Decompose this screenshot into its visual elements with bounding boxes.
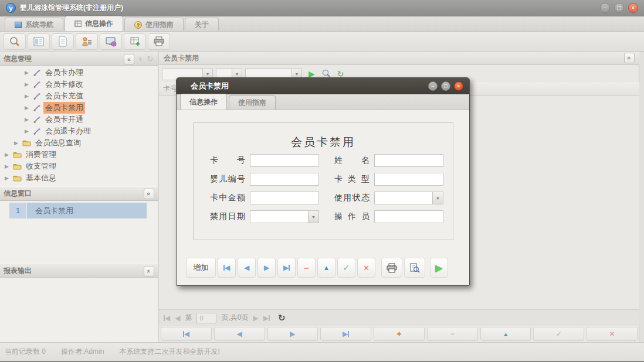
collapse-panel-button[interactable]: « — [144, 189, 154, 199]
member-card-disable-dialog: 会员卡禁用 − □ × 信息操作 使用指南 会员卡禁用 卡 号 姓 名 婴儿编号 — [176, 77, 470, 286]
document-button[interactable] — [52, 33, 74, 50]
monitor-button[interactable] — [100, 33, 122, 50]
search-button[interactable] — [4, 33, 26, 50]
nav-first-button[interactable]: ◀ — [218, 258, 236, 278]
delete-record-button[interactable]: − — [297, 258, 316, 278]
cancel-button[interactable]: ✕ — [357, 258, 375, 278]
nav-next-button[interactable]: ▶ — [257, 258, 276, 278]
label-disable-date: 禁用日期 — [210, 211, 245, 222]
dialog-tab-bar: 信息操作 使用指南 — [177, 94, 469, 110]
tree-item-basic-info[interactable]: ▶ 基本信息 — [0, 172, 158, 184]
minimize-button[interactable]: − — [600, 3, 610, 13]
refresh-icon[interactable]: ↻ — [337, 70, 344, 78]
record-cancel-button[interactable]: ✕ — [587, 327, 638, 341]
refresh-icon[interactable]: ↻ — [146, 54, 154, 63]
tree-item-card-modify[interactable]: ▶ 会员卡修改 — [0, 78, 158, 90]
main-panel-title: 会员卡禁用 — [164, 53, 199, 63]
dialog-title-bar[interactable]: 会员卡禁用 − □ × — [177, 78, 469, 94]
tab-about[interactable]: 关于 — [185, 18, 219, 31]
add-icon[interactable]: + — [136, 54, 144, 63]
tree-item-label: 会员卡修改 — [43, 78, 85, 90]
nav-prev-button[interactable]: ◀ — [238, 258, 256, 278]
tree-item-income-manage[interactable]: ▶ 收支管理 — [0, 160, 158, 172]
form-view-button[interactable] — [28, 33, 50, 50]
user-settings-button[interactable] — [76, 33, 98, 50]
record-add-button[interactable]: + — [374, 327, 425, 341]
expander-icon[interactable]: ▶ — [5, 175, 12, 181]
pager-first-button[interactable]: ◀ — [164, 314, 170, 322]
tab-system-nav[interactable]: 系统导航 — [5, 18, 63, 31]
dialog-tab-info-operation[interactable]: 信息操作 — [180, 94, 227, 110]
expander-icon[interactable]: ▶ — [25, 105, 32, 111]
panel-title: 报表输出 — [4, 266, 32, 276]
pager-refresh-icon[interactable]: ↻ — [278, 313, 286, 323]
tree-item-card-disable[interactable]: ▶ 会员卡禁用 — [0, 102, 158, 114]
folder-icon — [13, 151, 22, 158]
operator-input[interactable] — [374, 210, 443, 223]
baby-no-input[interactable] — [250, 173, 319, 186]
dialog-minimize-button[interactable]: − — [428, 81, 438, 91]
expander-icon[interactable]: ▶ — [25, 117, 32, 122]
maximize-button[interactable]: □ — [614, 3, 624, 13]
tab-label: 信息操作 — [85, 19, 113, 29]
dialog-maximize-button[interactable]: □ — [441, 81, 450, 91]
collapse-sidebar-button[interactable]: « — [124, 54, 134, 64]
pager-last-button[interactable]: ▶ — [263, 314, 270, 322]
printer-icon — [153, 36, 165, 46]
name-input[interactable] — [374, 154, 443, 167]
printer-button[interactable] — [148, 33, 170, 50]
expander-icon[interactable]: ▶ — [5, 152, 12, 158]
tab-user-guide[interactable]: ? 使用指南 — [124, 18, 184, 31]
tab-label: 系统导航 — [25, 20, 53, 30]
run-query-icon[interactable]: ▶ — [309, 70, 315, 78]
record-post-button[interactable]: ✓ — [533, 327, 584, 341]
collapse-main-panel-button[interactable]: « — [624, 53, 635, 63]
nav-last-button[interactable]: ▶ — [277, 258, 296, 278]
chevron-down-icon[interactable]: ▼ — [432, 192, 443, 204]
folder-icon — [13, 163, 22, 170]
expander-icon[interactable]: ▶ — [5, 163, 12, 169]
disable-date-select[interactable]: ▼ — [250, 210, 319, 223]
close-button[interactable]: × — [628, 3, 638, 13]
record-delete-button[interactable]: − — [427, 327, 478, 341]
grid-column-card-no[interactable]: 卡号 — [163, 84, 177, 94]
record-last-button[interactable]: ▶ — [320, 327, 371, 341]
record-first-button[interactable]: ◀ — [161, 327, 212, 341]
expander-icon[interactable]: ▶ — [25, 81, 32, 87]
table-add-button[interactable] — [124, 33, 146, 50]
page-number-input[interactable] — [196, 313, 216, 323]
wand-icon — [33, 81, 41, 88]
tree-item-card-return[interactable]: ▶ 会员退卡办理 — [0, 125, 158, 137]
tree-item-card-enable[interactable]: ▶ 会员卡开通 — [0, 114, 158, 125]
balance-input[interactable] — [250, 192, 319, 204]
tree-item-card-recharge[interactable]: ▶ 会员卡充值 — [0, 90, 158, 102]
panel-header-info-window: 信息窗口 « — [0, 186, 158, 201]
execute-button[interactable]: ▶ — [430, 258, 448, 278]
add-record-button[interactable]: 增加 — [186, 258, 216, 278]
tree-item-consume-manage[interactable]: ▶ 消费管理 — [0, 149, 158, 160]
expander-icon[interactable]: ▶ — [14, 140, 21, 146]
collapse-panel-button[interactable]: « — [144, 266, 154, 276]
chevron-down-icon[interactable]: ▼ — [308, 211, 318, 223]
confirm-button[interactable]: ✓ — [337, 258, 355, 278]
tab-info-operation[interactable]: 信息操作 — [65, 16, 123, 31]
status-select[interactable]: ▼ — [374, 192, 443, 204]
card-type-input[interactable] — [374, 173, 443, 186]
print-button[interactable] — [381, 258, 402, 278]
card-no-input[interactable] — [250, 154, 319, 167]
dialog-tab-user-guide[interactable]: 使用指南 — [229, 95, 276, 110]
record-edit-button[interactable]: ▲ — [480, 327, 531, 341]
record-prev-button[interactable]: ◀ — [214, 327, 265, 341]
expander-icon[interactable]: ▶ — [25, 70, 32, 76]
dialog-close-button[interactable]: × — [454, 81, 463, 91]
record-next-button[interactable]: ▶ — [267, 327, 318, 341]
pager-prev-button[interactable]: ◀ — [175, 314, 180, 322]
expander-icon[interactable]: ▶ — [25, 93, 32, 99]
edit-record-button[interactable]: ▲ — [317, 258, 335, 278]
info-window-row[interactable]: 1 会员卡禁用 — [9, 203, 147, 218]
tree-item-card-apply[interactable]: ▶ 会员卡办理 — [0, 67, 158, 78]
tree-item-member-query[interactable]: ▶ 会员信息查询 — [0, 137, 158, 149]
pager-next-button[interactable]: ▶ — [253, 314, 258, 322]
print-preview-button[interactable] — [404, 258, 425, 278]
expander-icon[interactable]: ▶ — [25, 128, 32, 134]
